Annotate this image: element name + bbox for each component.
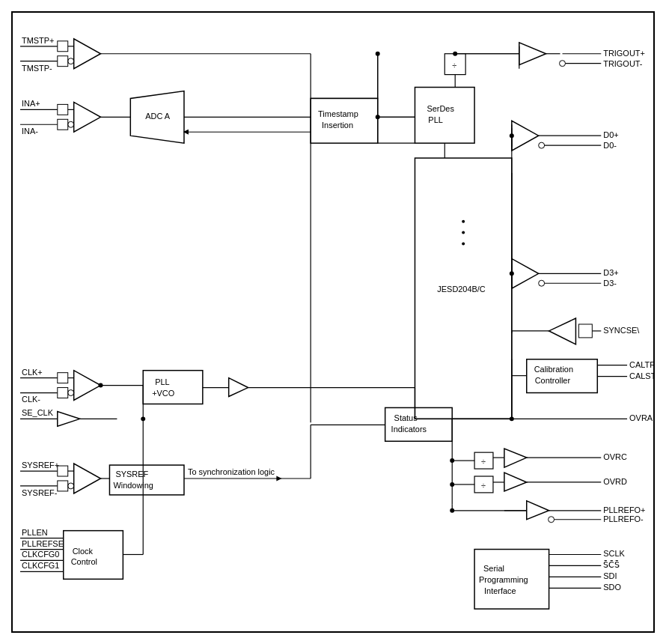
sysref-wind-label: SYSREF: [115, 470, 148, 479]
se-clk-label: SE_CLK: [22, 408, 54, 417]
d3-minus-label: D3-: [603, 279, 617, 288]
svg-marker-5: [74, 39, 101, 69]
svg-marker-32: [519, 43, 546, 65]
syncse-label: SYNCSE\: [603, 326, 640, 335]
clkcfg1-label: CLKCFG1: [22, 561, 59, 570]
svg-marker-14: [74, 102, 101, 132]
ovrd-label: OVRD: [603, 477, 627, 486]
sdo-label: SDO: [603, 583, 621, 592]
svg-rect-2: [58, 41, 68, 52]
pllrefse-label: PLLREFSE: [22, 539, 64, 548]
clk-minus-label: CLK-: [22, 395, 40, 404]
svg-point-67: [68, 390, 74, 396]
svg-rect-65: [58, 373, 68, 383]
ovrc-label: OVRC: [603, 452, 627, 461]
svg-point-41: [539, 142, 545, 148]
cal-controller-label2: Controller: [535, 376, 571, 385]
pllrefo-minus-label: PLLREFO-: [603, 514, 644, 523]
svg-point-139: [510, 416, 514, 421]
svg-point-113: [450, 482, 454, 487]
diagram-container: TMSTP+ TMSTP- INA+ INA- ADC A Timestamp …: [11, 11, 655, 633]
svg-marker-45: [512, 258, 539, 288]
timestamp-insertion-label: Insertion: [322, 121, 353, 130]
svg-point-13: [68, 121, 74, 127]
svg-point-150: [453, 52, 457, 56]
jesd204-label: JESD204B/C: [437, 285, 486, 294]
pllen-label: PLLEN: [22, 528, 48, 537]
divider-top-label: ÷: [452, 61, 456, 70]
tmstp-plus-label: TMSTP+: [22, 36, 54, 45]
adc-a-label: ADC A: [145, 112, 171, 121]
svg-marker-114: [527, 501, 549, 520]
ina-minus-label: INA-: [22, 127, 38, 136]
sclk-label: SCLK: [603, 549, 625, 558]
spi-label3: Interface: [484, 586, 516, 595]
serdes-pll-label: PLL: [428, 115, 442, 124]
svg-point-112: [450, 458, 454, 463]
clkcfg0-label: CLKCFG0: [22, 550, 59, 559]
spi-label: Serial: [483, 564, 504, 573]
calstat-label: CALSTAT: [629, 371, 653, 380]
sdi-label: SDI: [603, 571, 617, 580]
svg-rect-85: [58, 481, 68, 491]
svg-point-134: [376, 115, 380, 119]
svg-marker-77: [229, 378, 248, 397]
cal-controller-label: Calibration: [534, 365, 573, 374]
ovrc-div-label: ÷: [481, 457, 486, 466]
svg-rect-52: [578, 324, 592, 338]
sysref-plus-label: SYSREF+: [22, 461, 59, 470]
status-ind-label: Status: [394, 413, 418, 422]
clock-control-label: Clock: [73, 547, 94, 556]
svg-marker-87: [74, 464, 101, 493]
svg-marker-38: [512, 121, 539, 151]
tmstp-minus-label: TMSTP-: [22, 64, 52, 73]
ovrd-div-label: ÷: [481, 481, 486, 490]
svg-rect-11: [58, 104, 68, 115]
svg-point-117: [549, 517, 555, 523]
trigout-minus-label: TRIGOUT-: [603, 59, 643, 68]
scs-label: S̄C̄S̄: [603, 560, 620, 569]
svg-rect-66: [58, 388, 68, 398]
svg-point-121: [450, 508, 454, 513]
svg-rect-3: [58, 56, 68, 67]
sysref-wind-label2: Windowing: [113, 481, 153, 490]
d3-plus-label: D3+: [603, 268, 618, 277]
svg-point-4: [68, 58, 74, 64]
svg-point-29: [462, 243, 465, 246]
timestamp-label: Timestamp: [318, 109, 358, 118]
ovra-label: OVRA: [629, 413, 653, 422]
status-ind-label2: Indicators: [391, 425, 427, 434]
trigout-plus-label: TRIGOUT+: [603, 49, 645, 58]
d0-plus-label: D0+: [603, 130, 618, 139]
clock-control-label2: Control: [71, 557, 97, 566]
d0-minus-label: D0-: [603, 141, 617, 150]
svg-point-48: [539, 280, 545, 286]
spi-label2: Programming: [479, 575, 528, 584]
pll-vco-label: PLL: [155, 377, 169, 386]
svg-point-28: [462, 231, 465, 234]
pllrefo-plus-label: PLLREFO+: [603, 505, 645, 514]
serdes-label: SerDes: [427, 104, 454, 113]
svg-rect-21: [415, 88, 474, 144]
sysref-minus-label: SYSREF-: [22, 488, 58, 497]
svg-marker-102: [504, 449, 527, 467]
svg-marker-106: [504, 473, 527, 491]
clk-plus-label: CLK+: [22, 368, 43, 377]
svg-point-27: [462, 220, 465, 223]
svg-point-34: [560, 61, 566, 67]
pll-vco-label2: +VCO: [152, 389, 174, 398]
svg-marker-51: [549, 318, 576, 344]
svg-point-86: [68, 483, 74, 489]
svg-rect-12: [58, 119, 68, 130]
caltrig-label: CALTRIG: [629, 360, 653, 369]
to-sync-logic-label: To synchronization logic: [188, 467, 275, 476]
svg-rect-75: [143, 371, 203, 404]
svg-marker-71: [58, 411, 80, 426]
svg-marker-68: [74, 371, 101, 401]
ina-plus-label: INA+: [22, 99, 40, 108]
